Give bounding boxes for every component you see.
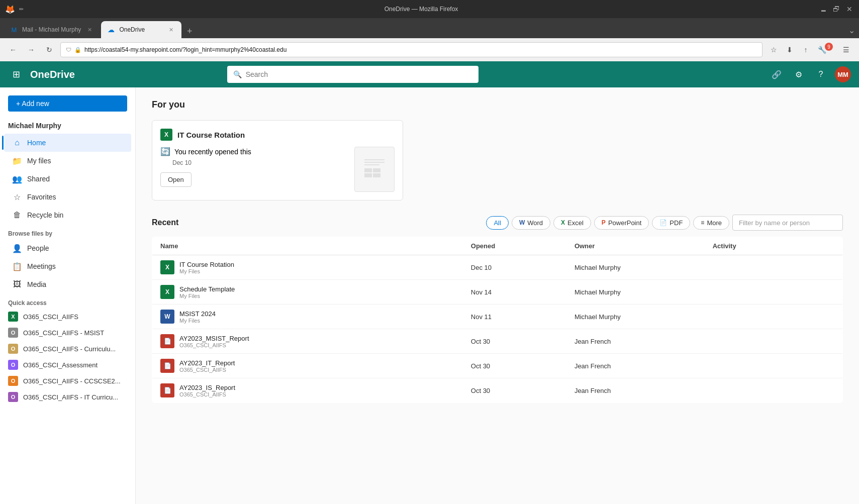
- svg-rect-4: [364, 168, 372, 172]
- card-preview: [354, 147, 395, 192]
- quick-access-item-1[interactable]: X O365_CSCI_AIIFS: [0, 309, 135, 325]
- sidebar-item-meetings[interactable]: 📋 Meetings: [4, 257, 131, 275]
- window-title: OneDrive — Mozilla Firefox: [24, 6, 819, 13]
- window-controls: 🗕 🗗 ✕: [819, 5, 854, 14]
- download-button[interactable]: ⬇: [783, 43, 797, 57]
- file-type-icon: W: [160, 310, 174, 324]
- table-row[interactable]: X IT Course Rotation My Files Dec 10 Mic…: [152, 255, 843, 280]
- avatar[interactable]: MM: [835, 66, 851, 82]
- sidebar-item-people[interactable]: 👤 People: [4, 239, 131, 257]
- maximize-button[interactable]: 🗗: [832, 5, 841, 14]
- sidebar-item-recycle-bin[interactable]: 🗑 Recycle bin: [4, 206, 131, 224]
- tab-onedrive[interactable]: ☁ OneDrive ✕: [101, 21, 181, 38]
- table-row[interactable]: 📄 AY2023_IT_Report O365_CSCI_AIIFS Oct 3…: [152, 354, 843, 378]
- waffle-menu-icon[interactable]: ⊞: [8, 66, 24, 82]
- filter-input[interactable]: [732, 215, 843, 231]
- address-bar[interactable]: 🛡 🔒 https://coastal54-my.sharepoint.com/…: [60, 42, 762, 57]
- filter-tab-pdf[interactable]: 📄 PDF: [652, 216, 690, 230]
- tab-mail[interactable]: M Mail - Michael Murphy ✕: [4, 21, 100, 38]
- qa-label-2: O365_CSCI_AIIFS - MSIST: [23, 329, 104, 337]
- search-bar[interactable]: 🔍: [227, 66, 479, 83]
- file-name-info: Schedule Template My Files: [179, 285, 235, 299]
- share-button[interactable]: ↑: [799, 43, 813, 57]
- extension-badge: 9: [825, 43, 833, 51]
- tab-mail-label: Mail - Michael Murphy: [22, 26, 81, 33]
- file-name-sub: O365_CSCI_AIIFS: [179, 367, 235, 373]
- tab-onedrive-close[interactable]: ✕: [166, 25, 175, 34]
- tab-mail-close[interactable]: ✕: [85, 25, 94, 34]
- minimize-button[interactable]: 🗕: [819, 5, 828, 14]
- card-body: 🔄 You recently opened this Dec 10 Open: [160, 147, 395, 192]
- file-name-info: AY2023_IT_Report O365_CSCI_AIIFS: [179, 359, 235, 373]
- sidebar-item-shared[interactable]: 👥 Shared: [4, 170, 131, 188]
- sidebar-item-media[interactable]: 🖼 Media: [4, 275, 131, 293]
- search-input[interactable]: [246, 70, 472, 78]
- svg-rect-2: [364, 162, 385, 163]
- file-opened: Oct 30: [463, 354, 566, 378]
- reload-button[interactable]: ↻: [42, 43, 56, 57]
- table-row[interactable]: 📄 AY2023_MSIST_Report O365_CSCI_AIIFS Oc…: [152, 329, 843, 354]
- nav-actions: ☆ ⬇ ↑ 🔧 9 ☰: [767, 43, 853, 57]
- file-type-icon: X: [160, 260, 174, 274]
- sidebar-item-my-files[interactable]: 📁 My files: [4, 152, 131, 170]
- quick-access-item-6[interactable]: O O365_CSCI_AIIFS - IT Curricu...: [0, 389, 135, 405]
- qa-icon-5: O: [8, 376, 18, 386]
- url-text: https://coastal54-my.sharepoint.com/?log…: [84, 46, 287, 53]
- sidebar-item-label: Favorites: [27, 193, 56, 201]
- filter-tab-excel[interactable]: X Excel: [553, 216, 591, 230]
- quick-access-item-4[interactable]: O O365_CSCI_Assessment: [0, 357, 135, 373]
- svg-rect-1: [364, 159, 385, 160]
- qa-label-1: O365_CSCI_AIIFS: [23, 313, 78, 321]
- file-name-sub: O365_CSCI_AIIFS: [179, 342, 249, 348]
- file-row-name: 📄 AY2023_IS_Report O365_CSCI_AIIFS: [160, 383, 455, 397]
- recent-label: Recent: [152, 218, 178, 227]
- file-owner: Jean French: [566, 378, 705, 403]
- back-button[interactable]: ←: [6, 43, 20, 57]
- card-open-button[interactable]: Open: [160, 172, 192, 187]
- sidebar-item-label: Home: [27, 139, 46, 147]
- svg-rect-3: [364, 164, 379, 165]
- forward-button[interactable]: →: [24, 43, 38, 57]
- firefox-menu-icon: ✏: [19, 6, 24, 13]
- file-name-sub: My Files: [179, 318, 216, 324]
- card-info: 🔄 You recently opened this Dec 10 Open: [160, 147, 346, 192]
- bookmark-button[interactable]: ☆: [767, 43, 781, 57]
- title-bar: 🦊 ✏ OneDrive — Mozilla Firefox 🗕 🗗 ✕: [0, 0, 859, 18]
- file-opened: Nov 11: [463, 305, 566, 329]
- filter-tab-more[interactable]: ≡ More: [693, 216, 729, 230]
- filter-tab-powerpoint[interactable]: P PowerPoint: [594, 216, 649, 230]
- onedrive-favicon: ☁: [107, 26, 115, 34]
- table-row[interactable]: 📄 AY2023_IS_Report O365_CSCI_AIIFS Oct 3…: [152, 378, 843, 403]
- settings-button[interactable]: ⚙: [791, 66, 807, 82]
- home-icon: ⌂: [12, 138, 22, 148]
- sidebar-item-favorites[interactable]: ☆ Favorites: [4, 188, 131, 206]
- file-type-icon: 📄: [160, 359, 174, 373]
- new-tab-button[interactable]: +: [182, 24, 197, 38]
- help-button[interactable]: ?: [813, 66, 829, 82]
- menu-button[interactable]: ☰: [839, 43, 853, 57]
- table-row[interactable]: W MSIST 2024 My Files Nov 11 Michael Mur…: [152, 305, 843, 329]
- file-opened: Oct 30: [463, 329, 566, 354]
- share-header-button[interactable]: 🔗: [769, 66, 785, 82]
- powerpoint-icon: P: [602, 219, 606, 226]
- file-owner: Michael Murphy: [566, 255, 705, 280]
- file-row-name: X Schedule Template My Files: [160, 285, 455, 299]
- file-row-name: X IT Course Rotation My Files: [160, 260, 455, 274]
- user-name: Michael Murphy: [0, 120, 135, 134]
- filter-tab-word[interactable]: W Word: [512, 216, 550, 230]
- filter-tab-all[interactable]: All: [486, 216, 508, 230]
- quick-access-item-2[interactable]: O O365_CSCI_AIIFS - MSIST: [0, 325, 135, 341]
- table-row[interactable]: X Schedule Template My Files Nov 14 Mich…: [152, 280, 843, 305]
- quick-access-item-3[interactable]: O O365_CSCI_AIIFS - Curriculu...: [0, 341, 135, 357]
- tab-list-button[interactable]: ⌄: [848, 26, 855, 35]
- close-button[interactable]: ✕: [845, 5, 854, 14]
- meetings-icon: 📋: [12, 261, 22, 271]
- qa-icon-4: O: [8, 360, 18, 370]
- add-new-button[interactable]: + Add new: [8, 95, 127, 112]
- card-date: Dec 10: [172, 159, 346, 166]
- file-name-main: AY2023_IT_Report: [179, 359, 235, 367]
- qa-label-4: O365_CSCI_Assessment: [23, 361, 98, 369]
- pdf-icon: 📄: [659, 219, 667, 226]
- quick-access-item-5[interactable]: O O365_CSCI_AIIFS - CCSCSE2...: [0, 373, 135, 389]
- sidebar-item-home[interactable]: ⌂ Home: [4, 134, 131, 152]
